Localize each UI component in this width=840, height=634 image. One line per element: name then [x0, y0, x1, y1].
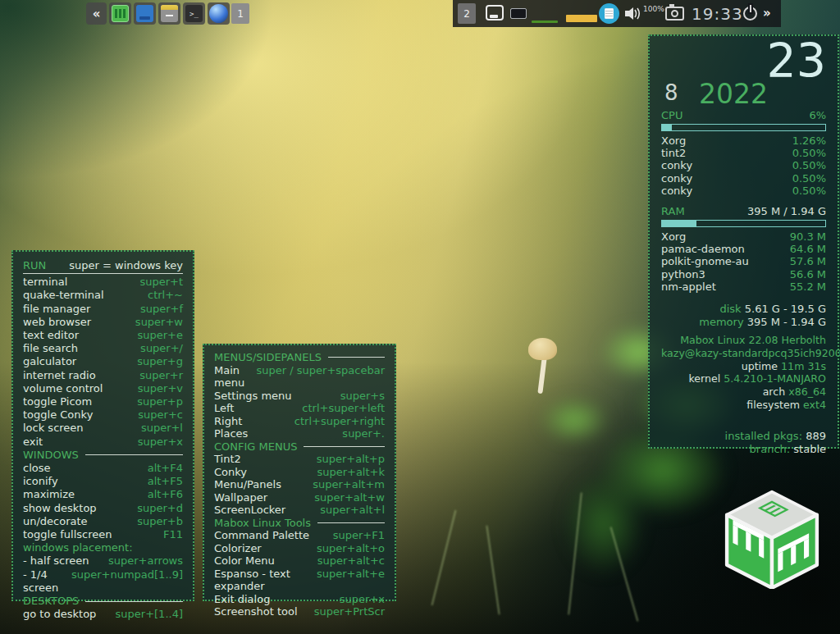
terminal-icon: >_ — [185, 5, 203, 22]
section-title: Mabox Linux Tools — [214, 517, 311, 530]
keybind-shortcut: super+numpad[1..9] — [71, 568, 183, 595]
clipboard-tray-button[interactable] — [599, 3, 619, 24]
power-button[interactable] — [743, 7, 757, 21]
workspace-2-indicator[interactable]: 2 — [458, 3, 476, 24]
power-icon — [750, 5, 751, 12]
section-rule — [317, 522, 385, 523]
text-editor-button[interactable] — [158, 2, 180, 25]
keyboard-layout-button[interactable] — [510, 8, 527, 19]
keybind-row: Command Palettesuper+F1 — [214, 529, 385, 542]
section-title: RUN — [23, 259, 46, 272]
keybindings-panel-menus: MENUS/SIDEPANELSMain menusuper / super+s… — [203, 344, 396, 601]
keybind-shortcut: super+x — [138, 436, 183, 449]
section-header: WINDOWS — [23, 449, 183, 462]
keybind-action: lock screen — [23, 422, 84, 435]
keybind-shortcut: super+arrows — [108, 554, 183, 568]
section-rule — [304, 446, 385, 447]
ram-label: RAM — [661, 204, 685, 218]
keybind-row: Exit dialogsuper+x — [214, 593, 385, 606]
panel-expand-button[interactable]: » — [763, 5, 771, 21]
keybind-row: closealt+F4 — [23, 462, 183, 475]
volume-button[interactable] — [624, 7, 641, 24]
workspace-2-label: 2 — [463, 8, 470, 20]
keybind-row: Menu/Panelssuper+alt+m — [214, 478, 385, 491]
process-row: tint20.50% — [661, 147, 826, 159]
screenshot-button[interactable] — [665, 7, 684, 21]
keybind-action: Colorizer — [214, 542, 262, 555]
process-name: python3 — [661, 268, 705, 281]
keybind-shortcut: alt+F4 — [148, 462, 183, 475]
keybind-row: Wallpapersuper+alt+w — [214, 491, 385, 504]
info-value: Mabox Linux 22.08 Herbolth — [680, 334, 826, 346]
keybind-row: toggle Conkysuper+c — [23, 408, 183, 422]
keybind-shortcut: super+w — [135, 316, 183, 329]
section-note: super = windows key — [46, 259, 183, 272]
keybind-row: terminalsuper+t — [23, 276, 183, 289]
keybind-row: lock screensuper+l — [23, 422, 183, 435]
info-value: kazy@kazy-standardpcq35ich92009 — [661, 347, 840, 359]
keybind-shortcut: super+alt+p — [317, 453, 385, 466]
keybind-action: internet radio — [23, 369, 96, 382]
section-header: CONFIG MENUS — [214, 440, 385, 454]
keybind-action: - 1/4 screen — [23, 568, 66, 595]
keybind-action: exit — [23, 436, 43, 449]
process-name: Xorg — [661, 135, 686, 147]
section-rule — [85, 601, 183, 602]
panel-collapse-button[interactable]: « — [86, 2, 107, 25]
terminal-button[interactable]: >_ — [183, 2, 205, 25]
mabox-cube-icon — [719, 489, 825, 589]
cpu-header: CPU 6% — [661, 108, 826, 122]
green-meter-bar — [532, 21, 558, 23]
keybind-shortcut: super+d — [137, 502, 183, 515]
section-header: RUNsuper = windows key — [23, 259, 183, 274]
wallpaper-grass — [431, 510, 457, 606]
keybind-row: file managersuper+f — [23, 303, 183, 316]
keybind-action: file search — [23, 342, 78, 355]
browser-button[interactable] — [208, 2, 230, 25]
process-value: 0.50% — [792, 147, 826, 159]
cpu-monitor-slot[interactable] — [532, 2, 563, 25]
keybind-action: toggle Picom — [23, 395, 92, 408]
keybind-row: volume controlsuper+v — [23, 382, 183, 395]
process-value: 1.26% — [792, 135, 826, 147]
keybind-shortcut: super+f — [140, 303, 183, 316]
keybind-row: maximizealt+F6 — [23, 488, 183, 501]
info-row: memory 395 M - 1.94 G — [661, 316, 826, 329]
section-header: Mabox Linux Tools — [214, 517, 385, 530]
keybind-row: Conkysuper+alt+k — [214, 466, 385, 479]
process-name: conky — [661, 172, 692, 185]
system-info: Mabox Linux 22.08 Herbolthkazy@kazy-stan… — [661, 334, 826, 412]
display-tray-button[interactable] — [486, 5, 504, 21]
keybind-action: Wallpaper — [214, 491, 267, 504]
mabox-menu-button[interactable] — [109, 2, 131, 25]
info-row: filesystem ext4 — [661, 399, 826, 412]
keybind-action: iconify — [23, 475, 58, 488]
info-value: 5.4.210-1-MANJARO — [724, 372, 826, 385]
process-row: conky0.50% — [661, 159, 826, 171]
keybind-shortcut: ctrl+~ — [148, 289, 183, 302]
section-title: CONFIG MENUS — [214, 440, 297, 454]
process-name: polkit-gnome-au — [661, 255, 749, 267]
info-value: 889 — [806, 430, 826, 442]
keybind-action: terminal — [23, 276, 67, 289]
keybind-shortcut: super+alt+l — [320, 504, 385, 517]
keybind-row: quake-terminalctrl+~ — [23, 289, 183, 302]
battery-monitor-slot[interactable] — [566, 2, 600, 25]
keybind-shortcut: super+alt+w — [314, 491, 385, 504]
chevron-right-icon: » — [763, 6, 771, 21]
wallpaper-grass — [610, 527, 639, 622]
file-manager-button[interactable] — [134, 2, 156, 25]
keybind-action: toggle Conky — [23, 408, 93, 422]
section-header: DESKTOPS — [23, 595, 183, 608]
display-icon — [486, 5, 504, 21]
keybind-row: Screenshot toolsuper+PrtScr — [214, 605, 385, 618]
keybind-shortcut: ctrl+super+right — [294, 415, 385, 428]
info-label: kernel — [688, 372, 724, 385]
info-row: uptime 11m 31s — [661, 360, 826, 373]
workspace-1-indicator[interactable]: 1 — [231, 3, 249, 24]
camera-icon — [665, 7, 684, 21]
info-row: Mabox Linux 22.08 Herbolth — [661, 334, 826, 347]
cpu-label: CPU — [661, 108, 682, 122]
workspace-1-label: 1 — [237, 8, 244, 20]
keybind-action: - half screen — [23, 554, 89, 568]
